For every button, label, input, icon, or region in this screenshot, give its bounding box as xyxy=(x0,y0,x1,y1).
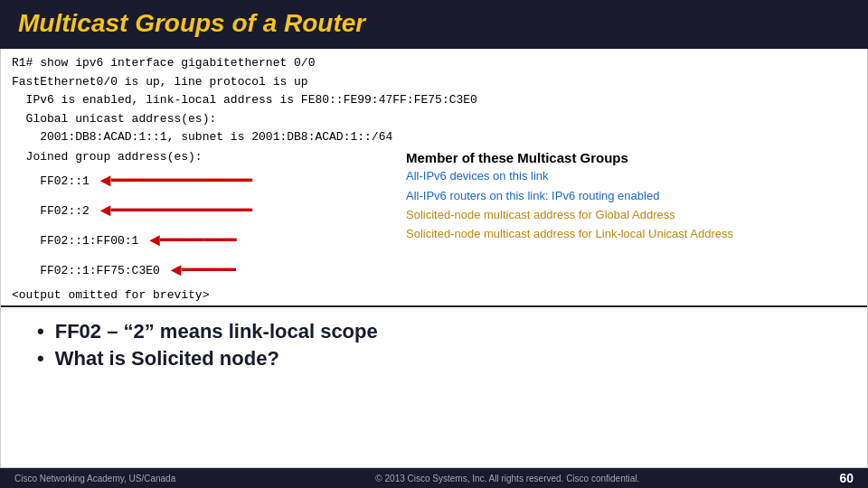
code-line10: FF02::1:FF75:C3E0 ◄━━━━━ xyxy=(12,256,401,286)
code-left: Joined group address(es): FF02::1 ◄━━━━━… xyxy=(12,147,401,305)
footer-left: Cisco Networking Academy, US/Canada xyxy=(14,474,175,483)
content-area: R1# show ipv6 interface gigabitethernet … xyxy=(0,49,868,468)
arrow2: ◄━━━━━━━━━━━━━ xyxy=(100,196,253,226)
code-line6: Joined group address(es): xyxy=(12,147,401,166)
bullet-dot2: • xyxy=(37,347,44,371)
code-line5: 2001:DB8:ACAD:1::1, subnet is 2001:DB8:A… xyxy=(12,128,856,147)
annotation-right: Member of these Multicast Groups All-IPv… xyxy=(401,147,856,305)
code-line11: <output omitted for brevity> xyxy=(12,286,401,305)
code-line8: FF02::2 ◄━━━━━━━━━━━━━ xyxy=(12,196,401,226)
bullet-text2: What is Solicited node? xyxy=(55,347,279,371)
slide-title: Multicast Groups of a Router xyxy=(18,9,365,37)
code-line9: FF02::1:FF00:1 ◄━━━━━━━ xyxy=(12,226,401,256)
footer: Cisco Networking Academy, US/Canada © 20… xyxy=(0,468,868,488)
code-line3: IPv6 is enabled, link-local address is F… xyxy=(12,91,856,110)
bullet-text1: FF02 – “2” means link-local scope xyxy=(55,320,378,343)
annotation-item4: Solicited-node multicast address for Lin… xyxy=(406,224,856,243)
code-line7: FF02::1 ◄━━━━━━━━━━━━━ xyxy=(12,166,401,196)
annotation-item1: All-IPv6 devices on this link xyxy=(406,166,856,185)
spacer-header: Member of these Multicast Groups xyxy=(406,147,856,166)
bullet-section: • FF02 – “2” means link-local scope • Wh… xyxy=(1,305,867,381)
footer-page: 60 xyxy=(839,471,854,485)
bullet-item2: • What is Solicited node? xyxy=(37,347,831,371)
code-line1: R1# show ipv6 interface gigabitethernet … xyxy=(12,54,856,73)
code-line2: FastEthernet0/0 is up, line protocol is … xyxy=(12,73,856,92)
annotation-item2: All-IPv6 routers on this link: IPv6 rout… xyxy=(406,186,856,205)
footer-center: © 2013 Cisco Systems, Inc. All rights re… xyxy=(375,474,639,483)
bullet-item1: • FF02 – “2” means link-local scope xyxy=(37,320,831,343)
arrow4: ◄━━━━━ xyxy=(171,256,236,286)
annotated-section: Joined group address(es): FF02::1 ◄━━━━━… xyxy=(1,147,867,305)
annotation-header: Member of these Multicast Groups xyxy=(406,150,628,165)
title-bar: Multicast Groups of a Router xyxy=(0,0,868,49)
code-top: R1# show ipv6 interface gigabitethernet … xyxy=(1,49,867,147)
slide: Multicast Groups of a Router R1# show ip… xyxy=(0,0,868,488)
bullet-dot1: • xyxy=(37,320,44,343)
annotation-item3: Solicited-node multicast address for Glo… xyxy=(406,205,856,224)
arrow3: ◄━━━━━━━ xyxy=(149,226,236,256)
arrow1: ◄━━━━━━━━━━━━━ xyxy=(100,166,253,196)
code-line4: Global unicast address(es): xyxy=(12,110,856,129)
